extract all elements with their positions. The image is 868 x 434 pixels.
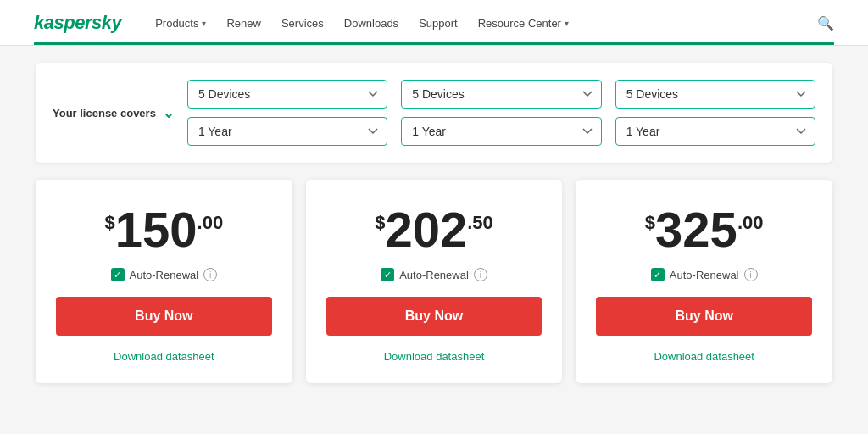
resource-center-chevron-icon: ▾ — [565, 19, 569, 28]
devices-select-1[interactable]: 1 Device 3 Devices 5 Devices 10 Devices — [187, 80, 387, 108]
price-cents-1: .00 — [198, 212, 224, 234]
green-bar — [34, 42, 834, 45]
buy-now-button-1[interactable]: Buy Now — [56, 297, 272, 336]
info-icon-3[interactable]: i — [744, 268, 758, 281]
price-dollar-1: $ — [105, 212, 115, 234]
pricing-card-1: $ 150 .00 ✓ Auto-Renewal i Buy Now Downl… — [36, 180, 292, 383]
auto-renewal-checkbox-1[interactable]: ✓ — [111, 268, 125, 281]
auto-renewal-3: ✓ Auto-Renewal i — [596, 268, 812, 281]
info-icon-2[interactable]: i — [474, 268, 487, 281]
auto-renewal-2: ✓ Auto-Renewal i — [326, 268, 542, 281]
nav-item-renew[interactable]: Renew — [226, 17, 260, 30]
nav-item-resource-center[interactable]: Resource Center ▾ — [478, 17, 569, 30]
price-dollar-3: $ — [645, 212, 655, 234]
price-dollar-2: $ — [375, 212, 385, 234]
year-select-3[interactable]: 1 Year 2 Years 3 Years — [615, 117, 815, 146]
price-cents-2: .50 — [467, 212, 493, 234]
pricing-card-2: $ 202 .50 ✓ Auto-Renewal i Buy Now Downl… — [306, 180, 563, 383]
download-datasheet-link-3[interactable]: Download datasheet — [654, 350, 754, 363]
auto-renewal-checkbox-2[interactable]: ✓ — [381, 268, 394, 281]
download-datasheet-link-2[interactable]: Download datasheet — [384, 350, 485, 363]
download-datasheet-link-1[interactable]: Download datasheet — [114, 350, 214, 363]
buy-now-button-3[interactable]: Buy Now — [596, 297, 812, 336]
price-main-1: 150 — [115, 205, 198, 254]
pricing-card-3: $ 325 .00 ✓ Auto-Renewal i Buy Now Downl… — [576, 180, 832, 383]
filter-col-3: 1 Device 3 Devices 5 Devices 10 Devices … — [615, 80, 815, 146]
license-label: Your license covers ⌄ — [53, 105, 174, 121]
price-wrap-1: $ 150 .00 — [56, 205, 272, 254]
devices-select-2[interactable]: 1 Device 3 Devices 5 Devices 10 Devices — [401, 80, 601, 108]
nav: Products ▾ Renew Services Downloads Supp… — [155, 15, 834, 31]
search-icon[interactable]: 🔍 — [817, 15, 834, 31]
auto-renewal-1: ✓ Auto-Renewal i — [56, 268, 272, 281]
info-icon-1[interactable]: i — [203, 268, 217, 281]
nav-item-services[interactable]: Services — [281, 17, 324, 30]
price-wrap-2: $ 202 .50 — [326, 205, 542, 254]
nav-item-support[interactable]: Support — [419, 17, 458, 30]
pricing-section: $ 150 .00 ✓ Auto-Renewal i Buy Now Downl… — [36, 180, 832, 383]
license-chevron-icon: ⌄ — [163, 105, 174, 121]
price-cents-3: .00 — [737, 212, 764, 234]
auto-renewal-checkbox-3[interactable]: ✓ — [651, 268, 665, 281]
year-select-1[interactable]: 1 Year 2 Years 3 Years — [187, 117, 387, 146]
buy-now-button-2[interactable]: Buy Now — [326, 297, 542, 336]
filter-section: Your license covers ⌄ 1 Device 3 Devices… — [36, 63, 832, 163]
filter-col-1: 1 Device 3 Devices 5 Devices 10 Devices … — [187, 80, 387, 146]
year-select-2[interactable]: 1 Year 2 Years 3 Years — [401, 117, 601, 146]
nav-item-products[interactable]: Products ▾ — [155, 17, 206, 30]
devices-select-3[interactable]: 1 Device 3 Devices 5 Devices 10 Devices — [615, 80, 815, 108]
filter-col-2: 1 Device 3 Devices 5 Devices 10 Devices … — [401, 80, 601, 146]
nav-item-downloads[interactable]: Downloads — [344, 17, 398, 30]
logo[interactable]: kaspersky — [34, 12, 121, 34]
filter-columns: 1 Device 3 Devices 5 Devices 10 Devices … — [187, 80, 815, 146]
price-main-3: 325 — [655, 205, 737, 254]
main-content: Your license covers ⌄ 1 Device 3 Devices… — [19, 46, 849, 400]
products-chevron-icon: ▾ — [202, 19, 206, 28]
header: kaspersky Products ▾ Renew Services Down… — [0, 0, 868, 46]
price-wrap-3: $ 325 .00 — [596, 205, 812, 254]
price-main-2: 202 — [385, 205, 467, 254]
